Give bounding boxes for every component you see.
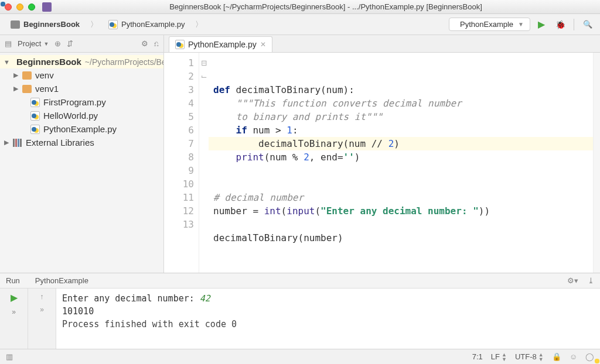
folder-icon: [11, 20, 20, 29]
caret-position[interactable]: 7:1: [472, 352, 483, 361]
line-gutter[interactable]: 1 2 3 4 5 6 7 8 9 10 11 12 13: [164, 53, 199, 273]
editor-area: PythonExample.py ✕ 1 2 3 4 5 6 7 8 9 10 …: [164, 35, 600, 273]
debug-button[interactable]: 🐞: [553, 17, 568, 32]
fold-icon[interactable]: ⊟: [199, 56, 209, 70]
tree-root-path: ~/PycharmProjects/BeginnersBook: [85, 57, 163, 67]
tree-item-label: External Libraries: [26, 138, 94, 147]
console-line: 101010: [62, 305, 594, 318]
caret-down-icon: ▼: [43, 41, 49, 47]
python-file-icon: [108, 20, 118, 29]
tree-root[interactable]: ▼ BeginnersBook ~/PycharmProjects/Beginn…: [0, 55, 163, 68]
run-config-label: PythonExample: [460, 20, 513, 29]
python-file-icon: [23, 277, 32, 285]
divider: [574, 19, 574, 30]
status-bar: ▥ 7:1 LF▲▼ UTF-8▲▼ 🔒 ☺ ◯: [0, 349, 600, 364]
close-window-icon[interactable]: [5, 4, 12, 11]
fold-gutter[interactable]: ⊟ ⌙: [199, 53, 209, 273]
run-tool-window: Run PythonExample ⚙▾ ⤓ ▶ » ↑ » Enter any…: [0, 273, 600, 349]
tree-collapse-icon[interactable]: ▶: [13, 85, 19, 92]
project-view-icon: ▤: [5, 39, 12, 48]
run-config-selector[interactable]: PythonExample ▼: [449, 18, 530, 31]
tree-collapse-icon[interactable]: ▶: [4, 139, 9, 146]
project-view-label: Project: [18, 39, 41, 48]
up-button[interactable]: ↑: [40, 292, 44, 301]
more-button[interactable]: »: [12, 308, 16, 316]
window-title: BeginnersBook [~/PycharmProjects/Beginne…: [56, 2, 595, 11]
close-tab-icon[interactable]: ✕: [260, 40, 266, 49]
tree-file-firstprogram[interactable]: FirstProgram.py: [0, 95, 163, 109]
tree-folder-venv1[interactable]: ▶ venv1: [0, 82, 163, 95]
play-icon: ▶: [538, 19, 545, 30]
editor-tab-label: PythonExample.py: [188, 40, 257, 49]
feedback-icon[interactable]: ◯: [585, 352, 594, 361]
nav-toolbar: BeginnersBook 〉 PythonExample.py 〉 Pytho…: [0, 14, 600, 35]
folder-icon: [22, 85, 32, 93]
run-label: Run: [6, 276, 20, 285]
run-header: Run PythonExample ⚙▾ ⤓: [0, 273, 600, 289]
code-editor[interactable]: 1 2 3 4 5 6 7 8 9 10 11 12 13 ⊟ ⌙ def de…: [164, 53, 600, 273]
tree-collapse-icon[interactable]: ▶: [13, 71, 19, 79]
more-button[interactable]: »: [40, 305, 44, 314]
breadcrumb-file[interactable]: PythonExample.py: [103, 18, 190, 32]
run-config-name: PythonExample: [35, 276, 88, 285]
search-icon: 🔍: [583, 20, 592, 29]
gear-icon[interactable]: ⚙▾: [567, 276, 578, 285]
editor-tabs: PythonExample.py ✕: [164, 35, 600, 53]
project-tool-header: ▤ Project ▼ ⊕ ⇵ ⚙ ⎌: [0, 35, 163, 53]
tree-file-helloworld[interactable]: HelloWorld.py: [0, 109, 163, 122]
code-content[interactable]: def decimalToBinary(num): """This functi…: [209, 53, 593, 273]
console-line: Enter any decimal number: 42: [62, 292, 594, 305]
chevron-right-icon: 〉: [195, 19, 203, 30]
python-file-icon: [30, 98, 40, 107]
lock-icon[interactable]: 🔒: [552, 352, 561, 361]
maximize-window-icon[interactable]: [28, 4, 35, 11]
run-actions-left-2: ↑ »: [28, 289, 56, 349]
run-console[interactable]: Enter any decimal number: 42 101010 Proc…: [56, 289, 600, 349]
caret-down-icon: ▼: [518, 21, 524, 28]
python-file-icon: [30, 125, 40, 134]
breadcrumb-file-label: PythonExample.py: [121, 20, 185, 29]
app-icon: [42, 2, 52, 12]
external-libraries-icon: [13, 139, 22, 147]
target-icon[interactable]: ⊕: [54, 39, 61, 48]
gear-icon[interactable]: ⚙: [141, 39, 148, 48]
inspector-icon[interactable]: ☺: [570, 352, 577, 361]
collapse-icon[interactable]: ⇵: [67, 39, 73, 48]
window-controls: [5, 4, 35, 11]
tree-external-libraries[interactable]: ▶ External Libraries: [0, 136, 163, 149]
breadcrumb-project-label: BeginnersBook: [23, 20, 80, 29]
file-encoding[interactable]: UTF-8▲▼: [515, 352, 544, 362]
status-tool-icon[interactable]: ▥: [6, 352, 13, 361]
editor-scrollbar[interactable]: [593, 53, 600, 273]
project-tool-window: ▤ Project ▼ ⊕ ⇵ ⚙ ⎌ ▼ BeginnersBook ~/Py…: [0, 35, 164, 273]
project-view-selector[interactable]: Project ▼: [18, 39, 49, 48]
minimize-window-icon[interactable]: [16, 4, 23, 11]
titlebar: BeginnersBook [~/PycharmProjects/Beginne…: [0, 0, 600, 14]
fold-end-icon[interactable]: ⌙: [199, 70, 209, 83]
chevron-right-icon: 〉: [90, 19, 98, 30]
project-tree[interactable]: ▼ BeginnersBook ~/PycharmProjects/Beginn…: [0, 53, 163, 152]
tree-item-label: PythonExample.py: [43, 124, 117, 134]
folder-icon: [22, 71, 32, 80]
bug-icon: 🐞: [555, 20, 565, 29]
tree-item-label: HelloWorld.py: [43, 111, 98, 121]
tree-file-pythonexample[interactable]: PythonExample.py: [0, 122, 163, 136]
line-separator[interactable]: LF▲▼: [491, 352, 507, 362]
run-actions-left: ▶ »: [0, 289, 28, 349]
run-button[interactable]: ▶: [534, 17, 549, 32]
editor-tab-active[interactable]: PythonExample.py ✕: [169, 36, 272, 52]
python-file-icon: [175, 40, 185, 49]
tree-item-label: FirstProgram.py: [43, 97, 106, 107]
rerun-button[interactable]: ▶: [11, 292, 18, 303]
tree-item-label: venv: [35, 70, 54, 80]
tree-expand-icon[interactable]: ▼: [4, 59, 9, 66]
python-file-icon: [30, 111, 40, 121]
export-icon[interactable]: ⤓: [588, 276, 594, 285]
tree-folder-venv[interactable]: ▶ venv: [0, 68, 163, 82]
console-line: Process finished with exit code 0: [62, 318, 594, 331]
tree-item-label: venv1: [35, 84, 59, 94]
search-button[interactable]: 🔍: [580, 17, 595, 32]
tree-root-name: BeginnersBook: [16, 57, 81, 67]
hide-icon[interactable]: ⎌: [154, 39, 159, 48]
breadcrumb-project[interactable]: BeginnersBook: [5, 18, 86, 31]
